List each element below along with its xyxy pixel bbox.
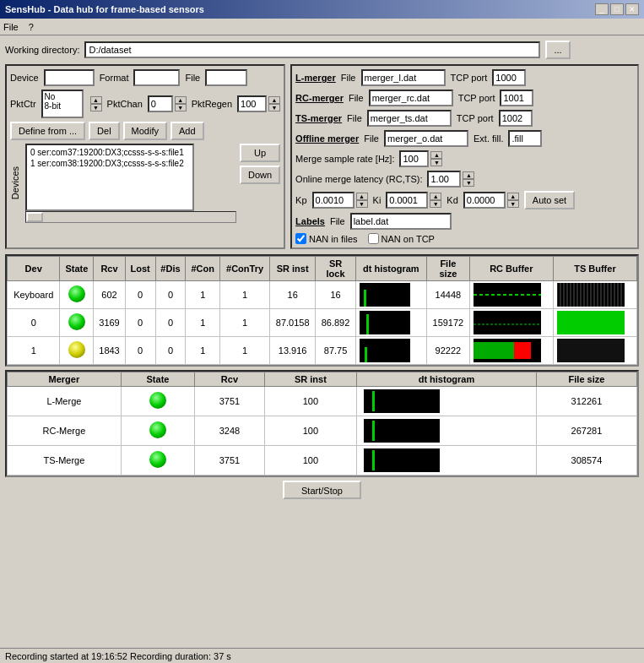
ts-merger-link[interactable]: TS-merger — [295, 113, 342, 123]
offline-merger-link[interactable]: Offline merger — [295, 133, 359, 144]
kd-input[interactable] — [463, 192, 506, 209]
rc-buffer-canvas — [474, 311, 541, 334]
up-button[interactable]: Up — [240, 144, 280, 162]
merger-srinst-ts: 100 — [264, 446, 356, 476]
minimize-button[interactable]: _ — [595, 3, 609, 15]
menu-file[interactable]: File — [3, 22, 19, 32]
pktchan-up-btn[interactable]: ▲ — [175, 96, 187, 104]
nan-in-files-label[interactable]: NAN in files — [295, 233, 357, 244]
th-dev: Dev — [8, 257, 60, 281]
maximize-button[interactable]: □ — [610, 3, 624, 15]
nan-in-files-checkbox[interactable] — [295, 233, 306, 244]
pktctr-select[interactable]: No 8-bit — [41, 90, 84, 118]
l-merger-row: L-merger File TCP port — [295, 69, 634, 86]
offline-merger-file-input[interactable] — [384, 130, 468, 147]
ts-buffer-canvas — [557, 339, 625, 362]
srinst-keyboard: 16 — [270, 281, 316, 309]
merger-srinst-l: 100 — [264, 387, 356, 416]
sample-rate-up-btn[interactable]: ▲ — [430, 151, 442, 159]
scrollbar-thumb[interactable] — [26, 212, 43, 222]
labels-file-input[interactable] — [350, 213, 452, 230]
kp-up-btn[interactable]: ▲ — [356, 193, 368, 200]
kp-input[interactable] — [312, 192, 354, 209]
l-merger-tcp-input[interactable] — [492, 69, 526, 86]
nan-on-tcp-checkbox[interactable] — [368, 233, 379, 244]
latency-spinner: ▲ ▼ — [427, 171, 474, 187]
start-stop-button[interactable]: Start/Stop — [283, 481, 361, 499]
pktctr-up-btn[interactable]: ▲ — [90, 96, 102, 104]
device-input[interactable] — [44, 69, 95, 86]
list-item[interactable]: 0 ser:com37:19200:DX3;ccsss-s-s-s:file1 — [29, 147, 191, 158]
th-srinst: SR inst — [270, 257, 316, 281]
contry-0: 1 — [220, 309, 270, 337]
merger-hist-rc — [357, 416, 537, 446]
th-filesize: Filesize — [426, 257, 469, 281]
sample-rate-input[interactable] — [399, 150, 429, 167]
nan-on-tcp-label[interactable]: NAN on TCP — [368, 233, 435, 244]
kp-spinners: ▲ ▼ — [356, 193, 368, 208]
modify-button[interactable]: Modify — [123, 122, 167, 140]
pktregen-up-btn[interactable]: ▲ — [268, 96, 280, 104]
dev-1: 1 — [8, 337, 60, 365]
define-from-button[interactable]: Define from ... — [10, 122, 85, 140]
pktctr-down-btn[interactable]: ▼ — [90, 104, 102, 111]
close-button[interactable]: ✕ — [625, 3, 639, 15]
merger-rcv-l: 3751 — [195, 387, 265, 416]
labels-link[interactable]: Labels — [295, 216, 325, 226]
ts-merger-row: TS-merger File TCP port — [295, 110, 634, 127]
device-data-section: Dev State Rcv Lost #Dis #Con #ConTry SR … — [5, 254, 639, 367]
pktchan-down-btn[interactable]: ▼ — [175, 104, 187, 111]
rc-merger-link[interactable]: RC-merger — [295, 93, 344, 103]
green-circle-icon — [149, 451, 166, 468]
kd-down-btn[interactable]: ▼ — [507, 200, 519, 208]
kd-up-btn[interactable]: ▲ — [507, 193, 519, 200]
pktregen-spinner: ▲ ▼ — [237, 95, 280, 112]
latency-input[interactable] — [427, 171, 461, 187]
ts-merger-tcp-label: TCP port — [457, 113, 494, 123]
kp-down-btn[interactable]: ▼ — [356, 200, 368, 208]
tsbuf-0 — [553, 309, 636, 337]
latency-label: Online merge latency (RC,TS): — [295, 174, 422, 184]
pktregen-down-btn[interactable]: ▼ — [268, 104, 280, 111]
merger-filesize-l: 312261 — [536, 387, 636, 416]
devices-area: Devices 0 ser:com37:19200:DX3;ccsss-s-s-… — [10, 144, 280, 223]
latency-down-btn[interactable]: ▼ — [463, 179, 474, 187]
ts-merger-file-input[interactable] — [367, 110, 452, 127]
sample-rate-down-btn[interactable]: ▼ — [430, 159, 442, 166]
rc-merger-file-input[interactable] — [369, 90, 453, 106]
ki-up-btn[interactable]: ▲ — [430, 193, 441, 200]
green-circle-icon — [149, 421, 166, 438]
l-merger-link[interactable]: L-merger — [295, 73, 336, 83]
horizontal-scrollbar[interactable] — [25, 211, 236, 223]
ki-down-btn[interactable]: ▼ — [430, 200, 441, 208]
add-button[interactable]: Add — [170, 122, 204, 140]
mth-filesize: File size — [536, 372, 636, 387]
srlock-0: 86.892 — [316, 309, 355, 337]
table-row: 0 3169 0 0 1 1 87.0158 86.892 159172 — [8, 309, 637, 337]
srlock-1: 87.75 — [316, 337, 355, 365]
merger-histogram-canvas — [364, 448, 440, 472]
state-keyboard — [60, 281, 94, 309]
merger-name-l: L-Merge — [8, 387, 122, 416]
latency-up-btn[interactable]: ▲ — [463, 171, 474, 179]
l-merger-file-input[interactable] — [361, 69, 446, 86]
format-input[interactable] — [133, 69, 180, 86]
list-item[interactable]: 1 ser:com38:19200:DX3;ccsss-s-s-s:file2 — [29, 158, 191, 169]
menu-help[interactable]: ? — [29, 22, 34, 32]
down-button[interactable]: Down — [240, 166, 280, 184]
pktregen-input[interactable] — [237, 95, 267, 112]
ts-merger-tcp-input[interactable] — [499, 110, 533, 127]
pktchan-input[interactable] — [148, 95, 173, 112]
offline-ext-fill-input[interactable] — [508, 130, 542, 147]
file-input[interactable] — [205, 69, 247, 86]
ki-input[interactable] — [386, 192, 428, 209]
del-button[interactable]: Del — [89, 122, 120, 140]
merger-state-ts — [121, 446, 194, 476]
browse-button[interactable]: ... — [545, 41, 570, 59]
rc-merger-tcp-input[interactable] — [500, 90, 533, 106]
auto-set-button[interactable]: Auto set — [524, 191, 575, 209]
device-list[interactable]: 0 ser:com37:19200:DX3;ccsss-s-s-s:file1 … — [25, 144, 194, 211]
window-title: SensHub - Data hub for frame-based senso… — [5, 4, 204, 14]
working-dir-input[interactable] — [84, 41, 540, 58]
rc-buffer-canvas — [474, 283, 541, 307]
